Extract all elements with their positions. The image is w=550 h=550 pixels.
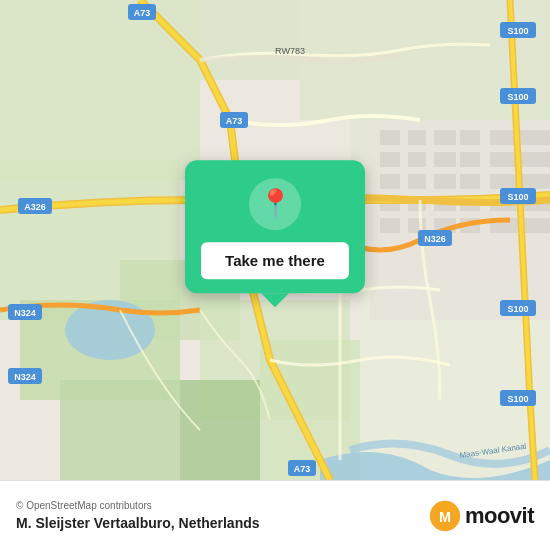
svg-text:A73: A73 <box>294 464 311 474</box>
svg-text:A73: A73 <box>134 8 151 18</box>
moovit-icon: M <box>429 500 461 532</box>
app: A73 A73 A73 A73 A326 N326 A326 N324 <box>0 0 550 550</box>
svg-text:M: M <box>439 508 451 524</box>
svg-rect-24 <box>408 174 426 189</box>
location-icon-wrap: 📍 <box>249 178 301 230</box>
svg-rect-31 <box>380 218 400 233</box>
svg-text:N324: N324 <box>14 372 36 382</box>
svg-rect-18 <box>380 152 400 167</box>
svg-rect-15 <box>380 130 400 145</box>
svg-rect-25 <box>434 174 456 189</box>
svg-text:S100: S100 <box>507 394 528 404</box>
location-name: M. Sleijster Vertaalburo, Netherlands <box>16 515 260 531</box>
location-pin-icon: 📍 <box>258 190 293 218</box>
svg-text:A326: A326 <box>24 202 46 212</box>
svg-rect-10 <box>180 380 260 480</box>
bottom-bar: © OpenStreetMap contributors M. Sleijste… <box>0 480 550 550</box>
svg-rect-26 <box>460 174 480 189</box>
svg-rect-19 <box>408 152 426 167</box>
bottom-left: © OpenStreetMap contributors M. Sleijste… <box>16 500 260 531</box>
moovit-text: moovit <box>465 503 534 529</box>
svg-text:RW783: RW783 <box>275 46 305 56</box>
popup-card: 📍 Take me there <box>185 160 365 293</box>
svg-rect-22 <box>460 152 480 167</box>
svg-rect-20 <box>434 152 456 167</box>
svg-text:S100: S100 <box>507 26 528 36</box>
svg-rect-17 <box>434 130 456 145</box>
svg-text:S100: S100 <box>507 92 528 102</box>
svg-text:S100: S100 <box>507 304 528 314</box>
svg-rect-16 <box>408 130 426 145</box>
moovit-logo: M moovit <box>429 500 534 532</box>
take-me-there-button[interactable]: Take me there <box>201 242 349 279</box>
svg-rect-9 <box>60 380 180 480</box>
svg-text:N324: N324 <box>14 308 36 318</box>
copyright-text: © OpenStreetMap contributors <box>16 500 260 511</box>
svg-text:N326: N326 <box>424 234 446 244</box>
svg-rect-5 <box>200 0 300 80</box>
svg-rect-23 <box>380 174 400 189</box>
svg-text:S100: S100 <box>507 192 528 202</box>
svg-text:A73: A73 <box>226 116 243 126</box>
svg-rect-21 <box>460 130 480 145</box>
map-container: A73 A73 A73 A73 A326 N326 A326 N324 <box>0 0 550 480</box>
